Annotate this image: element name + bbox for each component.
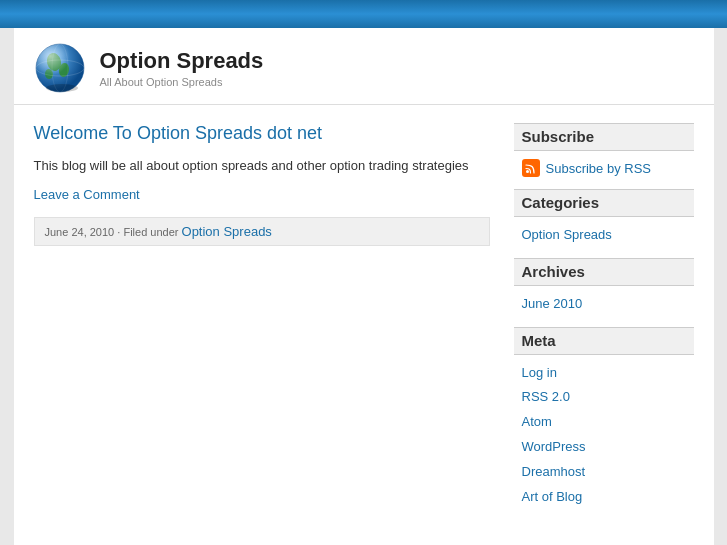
leave-comment-link[interactable]: Leave a Comment [34,187,140,202]
meta-art-of-blog-link[interactable]: Art of Blog [514,485,694,510]
rss-item: Subscribe by RSS [514,157,694,179]
post-date: June 24, 2010 [45,226,115,238]
site-title: Option Spreads [100,48,264,74]
sidebar: Subscribe Subscribe by RSS Categories Op… [514,123,694,519]
header-bar [0,0,727,28]
meta-wordpress-link[interactable]: WordPress [514,435,694,460]
site-tagline: All About Option Spreads [100,76,264,88]
category-option-spreads-link[interactable]: Option Spreads [514,223,694,248]
subscribe-heading: Subscribe [514,123,694,151]
post-title: Welcome To Option Spreads dot net [34,123,490,144]
main-wrapper: Option Spreads All About Option Spreads … [14,28,714,545]
svg-point-7 [46,84,78,92]
sidebar-categories: Categories Option Spreads [514,189,694,248]
meta-rss2-link[interactable]: RSS 2.0 [514,385,694,410]
archives-heading: Archives [514,258,694,286]
sidebar-subscribe: Subscribe Subscribe by RSS [514,123,694,179]
meta-dreamhost-link[interactable]: Dreamhost [514,460,694,485]
meta-atom-link[interactable]: Atom [514,410,694,435]
site-title-area: Option Spreads All About Option Spreads [100,48,264,88]
post-filed-text: Filed under [123,226,178,238]
sidebar-meta: Meta Log in RSS 2.0 Atom WordPress Dream… [514,327,694,510]
post-meta: June 24, 2010 · Filed under Option Sprea… [34,217,490,246]
content-wrapper: Welcome To Option Spreads dot net This b… [14,123,714,519]
meta-heading: Meta [514,327,694,355]
subscribe-rss-link[interactable]: Subscribe by RSS [546,161,652,176]
sidebar-archives: Archives June 2010 [514,258,694,317]
meta-login-link[interactable]: Log in [514,361,694,386]
main-content: Welcome To Option Spreads dot net This b… [34,123,490,519]
svg-point-8 [526,170,529,173]
post-category-link[interactable]: Option Spreads [182,224,272,239]
archive-june-2010-link[interactable]: June 2010 [514,292,694,317]
site-logo [34,42,86,94]
rss-icon [522,159,540,177]
post-body: This blog will be all about option sprea… [34,156,490,177]
categories-heading: Categories [514,189,694,217]
site-header: Option Spreads All About Option Spreads [14,28,714,105]
